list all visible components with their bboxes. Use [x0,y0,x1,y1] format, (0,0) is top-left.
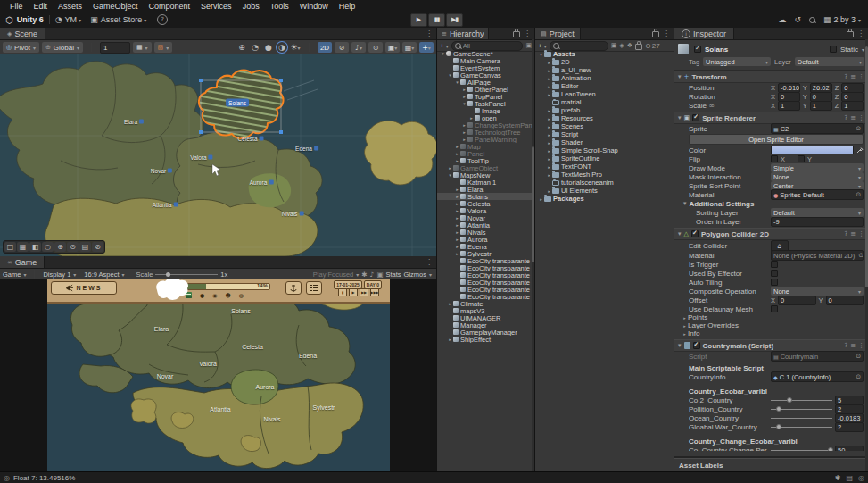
grid-snap-dropdown[interactable]: ▦▾ [133,42,152,53]
gizmos-dropdown[interactable]: Gizmos▾ [404,271,434,279]
project-item-assets[interactable]: ▾Assets [535,50,674,58]
expand-arrow[interactable]: ▸ [461,94,467,99]
expand-arrow[interactable]: ▸ [454,158,460,163]
scene-map-label-edena[interactable]: Edena [295,146,318,152]
label-icon[interactable]: ❖ [627,42,632,49]
lock-icon[interactable] [847,31,854,37]
project-item-resources[interactable]: ▸Resources [535,114,674,122]
expand-arrow[interactable]: ▸ [447,337,453,342]
hierarchy-item-allpage[interactable]: ▾AllPage [437,79,534,86]
co-2-country-slider[interactable] [771,396,832,404]
play-focused-dropdown[interactable]: Play Focused▾ [313,271,359,279]
used-by-effector-checkbox[interactable] [771,270,778,277]
hierarchy-item-aurora[interactable]: ▸Aurora [437,236,534,243]
hierarchy-item-shipeffect[interactable]: ▸ShipEffect [437,336,534,343]
hierarchy-item-ecocity-transparante[interactable]: EcoCity transparante [437,293,534,300]
expand-arrow[interactable]: ▸ [468,115,475,121]
lock-icon[interactable] [635,44,642,50]
scene-lighting-button[interactable]: ⊘ [335,42,349,53]
more-icon[interactable]: ⋮ [858,73,864,80]
slider-knob[interactable] [787,397,792,403]
tab-inspector[interactable]: i Inspector [674,28,734,39]
display-dropdown[interactable]: Display 1▾ [43,271,76,279]
expand-arrow[interactable]: ▸ [461,87,467,92]
expand-arrow[interactable]: ▸ [546,188,552,194]
expand-arrow[interactable]: ▸ [447,301,453,306]
scene-map-label-solans[interactable]: Solans [226,99,249,107]
search-icon[interactable] [809,17,815,23]
hierarchy-item-manager[interactable]: Manager [437,321,534,329]
tab-game[interactable]: ∞ Game [0,256,45,268]
snap-increment-dropdown[interactable]: ▧▾ [154,42,173,53]
scene-map-label-valora[interactable]: Valora [190,154,212,161]
material-object-field[interactable]: ●Sprites-Default⊙ [771,189,864,200]
expand-arrow[interactable]: ▸ [454,237,460,242]
gloabal-war-country-value-field[interactable]: 2 [835,422,864,432]
shading-icon[interactable]: ◔ [250,42,260,53]
console-icon[interactable]: ▤ [846,474,853,482]
hierarchy-item-taskpanel[interactable]: ▾TaskPanel [437,100,534,107]
notifications-icon[interactable]: ✱ [835,474,841,482]
frame-debugger-icon[interactable]: ✱ [361,271,367,279]
project-item-packages[interactable]: ▸Packages [535,195,674,203]
project-item-scenes[interactable]: ▸Scenes [535,122,674,130]
gizmos-handle-button[interactable]: +▾ [419,42,434,53]
draw-mode-dropdown[interactable]: Simple▾ [771,163,864,172]
countryinfo-object-field[interactable]: ◆C 1 (CountryInfo)⊙ [771,371,864,382]
undo-history-icon[interactable]: ↺ [794,15,801,24]
game-viewport[interactable]: SolansElaraCelestaEdenaValoraNovarAurora… [0,279,436,471]
scale-y-field[interactable]: 1 [810,101,832,111]
expand-arrow[interactable]: ▸ [454,229,460,235]
hierarchy-item-ecocity-transparante[interactable]: EcoCity transparante [437,286,534,293]
hierarchy-item-ecocity-transparante[interactable]: EcoCity transparante [437,271,534,279]
expand-arrow[interactable]: ▸ [546,60,552,65]
scale-slider[interactable] [155,271,218,278]
project-item-script[interactable]: ▸Script [535,130,674,138]
layout-dropdown[interactable]: ▦ 2 by 3 ▾ [823,15,861,24]
hierarchy-item-atlantia[interactable]: ▸Atlantia [437,221,534,229]
hierarchy-item-novar[interactable]: ▸Novar [437,214,534,221]
hierarchy-item-ecocity-transparante[interactable]: EcoCity transparante [437,257,534,264]
wireframe-icon[interactable]: ● [263,42,274,53]
tab-project[interactable]: ▤ Project [535,28,581,39]
sprite-object-field[interactable]: ▦C2⊙ [771,123,864,134]
hierarchy-item-mapsv3[interactable]: mapsV3 [437,307,534,314]
component-enabled-checkbox[interactable] [693,342,700,349]
constraint-tool[interactable]: ⊘ [92,242,103,252]
pivot-dropdown[interactable]: ◎Pivot▾ [3,42,39,53]
grid-size-field[interactable]: 1 [100,42,130,54]
project-item-animation[interactable]: ▸Animation [535,74,674,82]
scene-map-label-novar[interactable]: Novar [151,168,172,174]
slider-knob[interactable] [776,424,781,429]
menu-gameobject[interactable]: GameObject [87,2,144,11]
expand-arrow[interactable]: ▸ [454,222,460,228]
offset-x-field[interactable]: 0 [778,296,815,305]
tab-scene[interactable]: ◈ Scene [0,28,45,39]
hierarchy-item-katman-1[interactable]: Katman 1 [437,179,534,186]
foldout-info[interactable]: ▸Info [674,329,868,337]
project-item-matrial[interactable]: matrial [535,98,674,106]
hierarchy-item-gameobject[interactable]: ▸GameObject [437,164,534,171]
more-icon[interactable]: ⋮ [426,29,433,37]
expand-arrow[interactable]: ▸ [546,140,552,146]
project-item-shader[interactable]: ▸Shader [535,138,674,146]
expand-arrow[interactable]: ▸ [682,331,688,337]
countrymain-header[interactable]: ▾ Countrymain (Script) ?≡⋮ [674,339,868,352]
menu-help[interactable]: Help [334,2,361,11]
speed-2-button[interactable]: ▶▶ [360,288,368,296]
project-item-tutorialsceneanim[interactable]: tutorialsceneanim [535,179,674,187]
tab-hierarchy[interactable]: ≡ Hierarchy [437,28,489,39]
asset-store-dropdown[interactable]: Asset Store [101,15,143,24]
scene-map-label-aurora[interactable]: Aurora [250,179,274,186]
open-sprite-editor-button[interactable]: Open Sprite Editor [689,134,864,145]
expand-arrow[interactable]: ▸ [546,92,552,97]
orbit-tool[interactable]: ○ [42,242,54,252]
account-dropdown[interactable]: YM [65,15,78,24]
clipped-value-field[interactable]: 50 [835,446,864,451]
expand-arrow[interactable]: ▸ [546,164,552,170]
ocean-country-slider[interactable] [771,413,832,422]
hierarchy-item-uimanager[interactable]: UIMANAGER [437,314,534,321]
auto-tiling-checkbox[interactable] [771,279,778,286]
expand-arrow[interactable]: ▾ [447,72,453,78]
offset-y-field[interactable]: 0 [826,296,864,305]
